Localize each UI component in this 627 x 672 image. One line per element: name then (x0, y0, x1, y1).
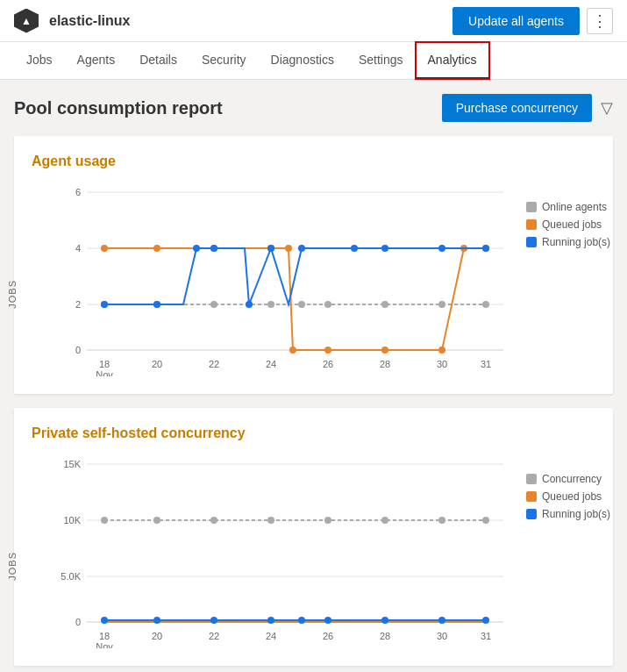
svg-point-40 (210, 245, 217, 252)
svg-text:28: 28 (380, 359, 390, 369)
legend-label-running: Running job(s) (542, 236, 610, 248)
legend-dot-queued-c (526, 491, 537, 502)
svg-point-30 (285, 245, 292, 252)
filter-icon[interactable]: ▽ (601, 98, 613, 118)
svg-point-79 (381, 617, 388, 624)
agent-usage-legend: Online agents Queued jobs Running job(s) (526, 183, 623, 376)
svg-text:30: 30 (437, 631, 447, 641)
nav-jobs[interactable]: Jobs (14, 42, 65, 79)
agent-usage-chart-container: JOBS 6 4 2 0 18 Nov (32, 183, 595, 376)
svg-text:31: 31 (481, 359, 491, 369)
svg-point-21 (298, 301, 305, 308)
svg-point-74 (153, 617, 160, 624)
legend-label-online: Online agents (542, 201, 607, 213)
svg-text:Nov: Nov (96, 641, 113, 648)
concurrency-legend: Concurrency Queued jobs Running job(s) (526, 455, 623, 648)
nav-settings[interactable]: Settings (346, 42, 416, 79)
svg-text:5.0K: 5.0K (61, 571, 81, 582)
svg-point-73 (101, 617, 108, 624)
svg-point-46 (438, 245, 445, 252)
nav-security[interactable]: Security (189, 42, 259, 79)
svg-point-71 (438, 517, 445, 524)
concurrency-chart: 15K 10K 5.0K 0 18 Nov 20 22 24 26 28 30 … (56, 455, 512, 648)
svg-point-65 (101, 517, 108, 524)
svg-point-77 (298, 617, 305, 624)
svg-point-20 (267, 301, 274, 308)
page-content: Pool consumption report Purchase concurr… (0, 80, 627, 672)
legend-label-running-c: Running job(s) (542, 508, 610, 520)
svg-point-43 (298, 245, 305, 252)
legend-concurrency-running: Running job(s) (526, 508, 623, 520)
svg-point-38 (153, 301, 160, 308)
svg-text:28: 28 (380, 631, 390, 641)
legend-label-queued-c: Queued jobs (542, 490, 602, 503)
svg-text:2: 2 (75, 299, 81, 310)
nav-agents[interactable]: Agents (65, 42, 128, 79)
svg-point-34 (438, 347, 445, 354)
purchase-concurrency-button[interactable]: Purchase concurrency (442, 94, 592, 122)
agent-usage-title: Agent usage (32, 154, 595, 169)
svg-point-42 (267, 245, 274, 252)
svg-point-24 (438, 301, 445, 308)
section-header: Pool consumption report Purchase concurr… (14, 94, 613, 122)
svg-text:4: 4 (75, 243, 81, 254)
svg-point-75 (210, 617, 217, 624)
nav-details[interactable]: Details (127, 42, 189, 79)
svg-point-26 (101, 245, 108, 252)
svg-point-78 (324, 617, 331, 624)
svg-point-80 (438, 617, 445, 624)
nav-diagnostics[interactable]: Diagnostics (259, 42, 346, 79)
legend-dot-gray (526, 202, 537, 212)
app-title: elastic-linux (49, 13, 452, 29)
svg-point-25 (482, 301, 489, 308)
agent-usage-y-label: JOBS (7, 280, 18, 309)
svg-text:26: 26 (323, 359, 333, 369)
legend-online-agents: Online agents (526, 201, 623, 213)
concurrency-chart-container: JOBS 15K 10K 5.0K 0 18 Nov 20 (32, 455, 595, 648)
svg-text:0: 0 (75, 617, 81, 627)
svg-text:15K: 15K (63, 459, 81, 469)
concurrency-card: Private self-hosted concurrency JOBS 15K… (14, 408, 613, 666)
app-logo: ▲ (14, 9, 39, 33)
legend-dot-concurrency (526, 474, 537, 484)
svg-point-66 (153, 517, 160, 524)
main-nav: Jobs Agents Details Security Diagnostics… (0, 42, 627, 80)
svg-point-39 (193, 245, 200, 252)
svg-point-27 (153, 245, 160, 252)
svg-text:26: 26 (323, 631, 333, 641)
svg-point-72 (482, 517, 489, 524)
svg-point-37 (101, 301, 108, 308)
update-all-agents-button[interactable]: Update all agents (452, 7, 580, 35)
svg-point-76 (267, 617, 274, 624)
svg-text:18: 18 (99, 631, 110, 641)
header-actions: Purchase concurrency ▽ (442, 94, 613, 122)
svg-point-22 (324, 301, 331, 308)
more-options-button[interactable]: ⋮ (587, 8, 613, 34)
svg-text:10K: 10K (63, 515, 81, 525)
svg-point-70 (381, 517, 388, 524)
legend-queued-jobs: Queued jobs (526, 218, 623, 231)
svg-text:22: 22 (209, 359, 219, 369)
agent-usage-chart: 6 4 2 0 18 Nov 20 22 24 26 28 30 31 (56, 183, 512, 376)
svg-point-69 (324, 517, 331, 524)
legend-dot-running-c (526, 509, 537, 519)
svg-point-23 (381, 301, 388, 308)
svg-point-68 (267, 517, 274, 524)
concurrency-y-label: JOBS (7, 552, 18, 581)
svg-point-67 (210, 517, 217, 524)
svg-point-19 (210, 301, 217, 308)
svg-text:31: 31 (481, 631, 491, 641)
svg-text:24: 24 (266, 631, 276, 641)
app-header: ▲ elastic-linux Update all agents ⋮ (0, 0, 627, 42)
svg-point-32 (324, 347, 331, 354)
legend-label-concurrency: Concurrency (542, 473, 602, 485)
svg-text:22: 22 (209, 631, 219, 641)
nav-analytics[interactable]: Analytics (416, 42, 489, 79)
svg-point-47 (482, 245, 489, 252)
svg-text:30: 30 (437, 359, 447, 369)
legend-dot-blue (526, 237, 537, 247)
svg-point-33 (381, 347, 388, 354)
svg-point-81 (482, 617, 489, 624)
svg-point-31 (289, 347, 296, 354)
svg-text:6: 6 (75, 187, 81, 197)
